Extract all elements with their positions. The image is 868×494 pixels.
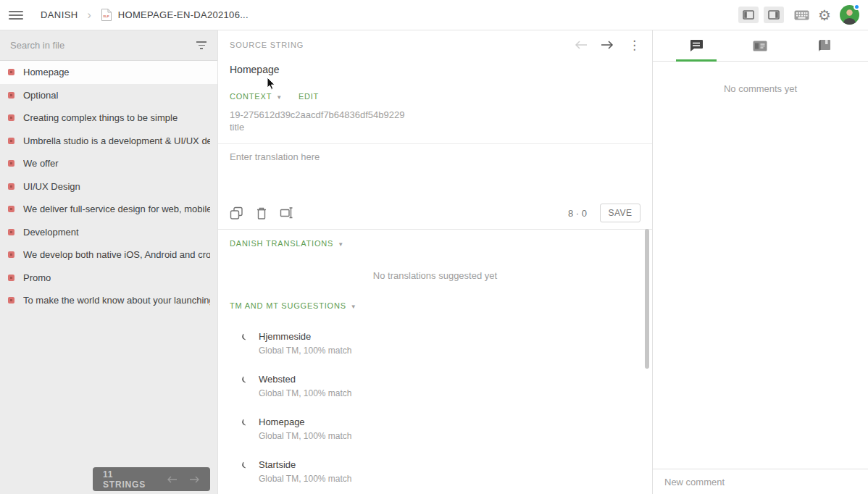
suggestion-source-meta: Global TM, 100% match <box>259 345 352 356</box>
no-translations-text: No translations suggested yet <box>218 270 652 282</box>
source-string-text: Homepage <box>230 64 640 78</box>
xliff-file-icon: XLF <box>101 8 112 22</box>
source-string-header: SOURCE STRING ⋮ <box>218 30 652 59</box>
context-toggle[interactable]: CONTEXT▼ <box>230 92 283 101</box>
suggestions-region: DANISH TRANSLATIONS▼ No translations sug… <box>218 229 652 494</box>
string-text: Promo <box>23 272 51 283</box>
more-options-kebab-icon[interactable]: ⋮ <box>628 39 640 51</box>
top-bar: DANISH › XLF HOMEPAGE-EN-DA202106... <box>0 0 868 30</box>
untranslated-status-icon <box>8 183 14 190</box>
untranslated-status-icon <box>8 229 14 235</box>
suggestion-source-meta: Global TM, 100% match <box>259 388 352 399</box>
untranslated-status-icon <box>8 206 14 212</box>
left-panel-layout-icon <box>743 10 754 20</box>
tm-suggestion-item[interactable]: Hjemmeside Global TM, 100% match <box>218 323 652 366</box>
previous-page-arrow-icon[interactable] <box>167 476 178 483</box>
untranslated-status-icon <box>8 297 14 303</box>
no-comments-text: No comments yet <box>653 83 868 95</box>
tm-suggestion-item[interactable]: Websted Global TM, 100% match <box>218 366 652 409</box>
contact-card-icon <box>753 41 767 51</box>
user-avatar[interactable] <box>840 5 859 25</box>
translation-memory-icon <box>234 416 249 430</box>
clear-translation-trash-icon[interactable] <box>256 206 267 220</box>
hamburger-menu-icon[interactable] <box>9 11 23 20</box>
string-text: UI/UX Design <box>23 181 80 192</box>
keyboard-icon <box>794 10 809 20</box>
previous-string-arrow-icon[interactable] <box>575 41 588 49</box>
untranslated-status-icon <box>8 251 14 258</box>
toggle-left-panel-button[interactable] <box>738 7 759 23</box>
suggestion-text: Homepage <box>259 416 352 429</box>
editor-window: DANISH › XLF HOMEPAGE-EN-DA202106... <box>0 0 868 494</box>
suggestion-text: Hjemmeside <box>259 330 352 343</box>
tm-mt-suggestions-toggle[interactable]: TM AND MT SUGGESTIONS▼ <box>230 301 357 310</box>
strings-sidebar: Homepage Optional Creating complex thing… <box>0 30 217 494</box>
new-comment-input[interactable] <box>664 477 856 487</box>
svg-text:XLF: XLF <box>103 14 109 18</box>
language-breadcrumb[interactable]: DANISH <box>41 9 78 20</box>
danish-translations-toggle[interactable]: DANISH TRANSLATIONS▼ <box>230 239 344 248</box>
string-text: To make the world know about your launch… <box>23 295 210 306</box>
translation-memory-icon <box>234 459 249 473</box>
translation-panel: SOURCE STRING ⋮ Homepage CONTEXT▼ EDIT 1… <box>217 30 652 494</box>
string-list-item[interactable]: Homepage <box>0 61 217 84</box>
untranslated-status-icon <box>8 92 14 99</box>
string-list-item[interactable]: Umbrella studio is a development & UI/UX… <box>0 130 217 153</box>
save-button[interactable]: SAVE <box>600 204 640 222</box>
string-list: Homepage Optional Creating complex thing… <box>0 61 217 312</box>
comment-bubble-icon <box>689 39 704 52</box>
suggestion-list: Hjemmeside Global TM, 100% match <box>218 323 652 494</box>
string-list-item[interactable]: Optional <box>0 84 217 107</box>
keyboard-shortcuts-button[interactable] <box>794 10 809 20</box>
translation-textarea[interactable] <box>230 151 640 190</box>
string-text: Umbrella studio is a development & UI/UX… <box>23 135 210 146</box>
copy-source-icon[interactable] <box>230 206 243 220</box>
string-list-item[interactable]: Development <box>0 221 217 244</box>
chevron-down-icon: ▼ <box>338 241 344 248</box>
context-string-id: 19-275612d39c2aacdf7b64836df54b9229 <box>230 109 640 121</box>
tm-suggestion-item[interactable]: Startside Global TM, 100% match <box>218 451 652 494</box>
next-page-arrow-icon[interactable] <box>189 476 200 483</box>
file-name-breadcrumb[interactable]: HOMEPAGE-EN-DA202106... <box>118 9 249 20</box>
untranslated-status-icon <box>8 138 14 144</box>
string-text: We deliver full-service design for web, … <box>23 204 210 214</box>
select-all-icon[interactable] <box>280 206 293 219</box>
tab-terms[interactable] <box>793 30 856 61</box>
suggestion-text: Websted <box>259 373 352 386</box>
string-list-item[interactable]: Promo <box>0 267 217 290</box>
tab-string-info[interactable] <box>728 30 792 61</box>
string-list-item[interactable]: We offer <box>0 152 217 175</box>
tm-suggestion-item[interactable]: Homepage Global TM, 100% match <box>218 409 652 451</box>
suggestion-text: Startside <box>259 459 352 472</box>
right-panel-tabs <box>653 30 868 62</box>
string-text: Creating complex things to be simple <box>23 112 178 123</box>
chevron-down-icon: ▼ <box>351 303 357 310</box>
toggle-right-panel-button[interactable] <box>764 7 784 23</box>
notification-dot <box>854 4 860 10</box>
string-list-item[interactable]: We deliver full-service design for web, … <box>0 198 217 221</box>
context-row: CONTEXT▼ EDIT <box>230 91 640 101</box>
next-string-arrow-icon[interactable] <box>601 41 614 49</box>
search-input[interactable] <box>10 40 196 51</box>
untranslated-status-icon <box>8 114 14 121</box>
string-list-item[interactable]: Creating complex things to be simple <box>0 106 217 130</box>
search-row <box>0 30 217 61</box>
vertical-scrollbar[interactable] <box>645 229 649 369</box>
string-list-item[interactable]: UI/UX Design <box>0 175 217 198</box>
edit-context-button[interactable]: EDIT <box>299 92 319 101</box>
translation-input-area <box>218 144 652 197</box>
settings-gear-icon[interactable]: ⚙ <box>818 8 831 22</box>
string-text: Optional <box>23 90 58 101</box>
string-text: Homepage <box>23 67 70 78</box>
context-string-key: title <box>230 122 640 133</box>
suggestion-source-meta: Global TM, 100% match <box>259 430 352 442</box>
breadcrumb-chevron-icon: › <box>88 9 91 21</box>
glossary-book-icon <box>817 39 831 53</box>
tab-comments[interactable] <box>664 30 728 61</box>
filter-icon[interactable] <box>196 41 207 49</box>
string-list-item[interactable]: To make the world know about your launch… <box>0 289 217 312</box>
string-list-item[interactable]: We develop both native iOS, Android and … <box>0 243 217 267</box>
source-string-label: SOURCE STRING <box>230 41 304 49</box>
new-comment-row <box>653 469 868 494</box>
suggestion-source-meta: Global TM, 100% match <box>259 473 352 485</box>
